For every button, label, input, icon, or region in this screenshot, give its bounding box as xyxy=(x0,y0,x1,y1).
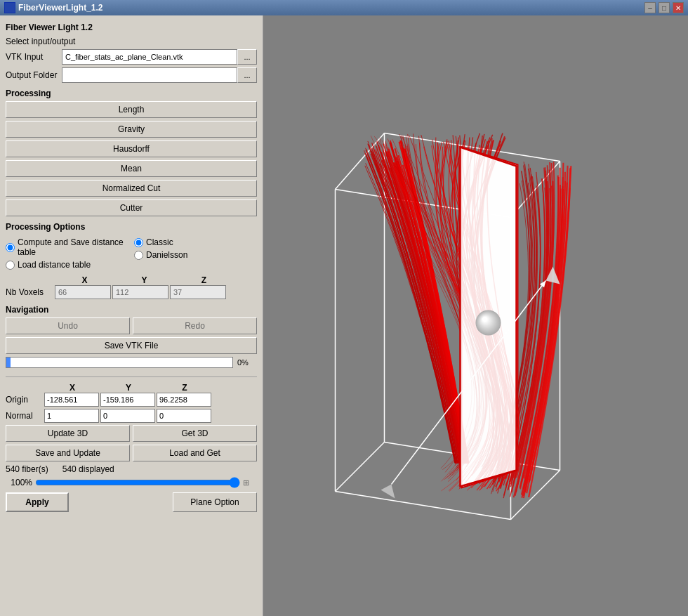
origin-x-input[interactable] xyxy=(44,393,99,407)
nb-y-input[interactable] xyxy=(112,285,168,299)
output-browse-button[interactable]: ... xyxy=(237,67,257,83)
window-title: FiberViewerLight_1.2 xyxy=(18,3,103,13)
left-options-col: Compute and Save distance table Load dis… xyxy=(6,237,128,273)
y-header: Y xyxy=(114,275,174,285)
vtk-input-row: VTK Input ... xyxy=(6,49,257,65)
undo-button[interactable]: Undo xyxy=(6,317,130,334)
bottom-buttons: Apply Plane Option xyxy=(6,492,257,512)
nb-voxels-row: Nb Voxels xyxy=(6,285,257,299)
slider-row: 100% ⊞ xyxy=(6,477,257,488)
x-header: X xyxy=(55,275,114,285)
viewport-panel[interactable] xyxy=(263,15,688,616)
danielsson-radio[interactable] xyxy=(134,251,143,260)
app-title: Fiber Viewer Light 1.2 xyxy=(6,22,257,32)
classic-radio[interactable] xyxy=(134,238,143,247)
vtk-browse-button[interactable]: ... xyxy=(237,49,257,65)
vtk-input-label: VTK Input xyxy=(6,52,62,62)
vtk-input-field[interactable] xyxy=(62,49,237,65)
save-vtk-button[interactable]: Save VTK File xyxy=(6,337,257,354)
slider-pct-label: 100% xyxy=(6,478,32,487)
load-distance-radio[interactable] xyxy=(6,261,15,270)
output-folder-field[interactable] xyxy=(62,67,237,83)
output-folder-row: Output Folder ... xyxy=(6,67,257,83)
select-io-label: Select input/output xyxy=(6,37,257,46)
redo-button[interactable]: Redo xyxy=(133,317,257,334)
hausdorff-button[interactable]: Hausdorff xyxy=(6,140,257,157)
viewport-canvas[interactable] xyxy=(263,15,688,616)
normalized-cut-button[interactable]: Normalized Cut xyxy=(6,180,257,197)
classic-radio-row: Classic xyxy=(134,237,257,247)
progress-bar-container xyxy=(6,357,233,368)
left-panel: Fiber Viewer Light 1.2 Select input/outp… xyxy=(0,15,263,616)
progress-row: 0% xyxy=(6,357,257,368)
progress-label: 0% xyxy=(237,358,257,367)
origin-row: Origin xyxy=(6,393,257,407)
normal-label: Normal xyxy=(6,411,44,421)
classic-label: Classic xyxy=(146,237,173,247)
nav-buttons: Undo Redo xyxy=(6,317,257,334)
xyz-header: X Y Z xyxy=(55,275,257,285)
get-3d-button[interactable]: Get 3D xyxy=(133,425,257,442)
load-distance-label: Load distance table xyxy=(18,260,91,270)
navigation-label: Navigation xyxy=(6,305,257,315)
fiber-slider[interactable] xyxy=(35,477,240,488)
titlebar: FiberViewerLight_1.2 – □ ✕ xyxy=(0,0,688,15)
slider-end-label: ⊞ xyxy=(243,478,257,487)
processing-label: Processing xyxy=(6,89,257,98)
fiber-info: 540 fiber(s) 540 displayed xyxy=(6,464,257,474)
cutter-button[interactable]: Cutter xyxy=(6,199,257,216)
origin-y-input[interactable] xyxy=(100,393,155,407)
app-icon xyxy=(4,2,15,13)
fiber-displayed: 540 displayed xyxy=(62,464,114,474)
save-and-update-button[interactable]: Save and Update xyxy=(6,445,130,461)
processing-options: Compute and Save distance table Load dis… xyxy=(6,237,257,273)
apply-button[interactable]: Apply xyxy=(6,492,69,512)
coord-y-header: Y xyxy=(100,383,157,393)
origin-z-input[interactable] xyxy=(157,393,211,407)
compute-save-radio[interactable] xyxy=(6,243,15,252)
normal-row: Normal xyxy=(6,409,257,423)
coord-x-header: X xyxy=(44,383,100,393)
danielsson-label: Danielsson xyxy=(146,250,187,260)
processing-options-label: Processing Options xyxy=(6,222,257,232)
coord-header: X Y Z xyxy=(44,383,257,393)
nb-voxels-label: Nb Voxels xyxy=(6,287,55,297)
mean-button[interactable]: Mean xyxy=(6,160,257,177)
fiber-count: 540 fiber(s) xyxy=(6,464,48,474)
danielsson-radio-row: Danielsson xyxy=(134,250,257,260)
nb-z-input[interactable] xyxy=(170,285,226,299)
plane-option-button[interactable]: Plane Option xyxy=(173,492,257,512)
load-and-get-button[interactable]: Load and Get xyxy=(133,445,257,461)
load-distance-radio-row: Load distance table xyxy=(6,260,128,270)
normal-y-input[interactable] xyxy=(100,409,155,423)
origin-label: Origin xyxy=(6,395,44,405)
update-3d-button[interactable]: Update 3D xyxy=(6,425,130,442)
output-folder-label: Output Folder xyxy=(6,70,62,80)
close-button[interactable]: ✕ xyxy=(673,2,684,13)
z-header: Z xyxy=(174,275,234,285)
right-options-col: Classic Danielsson xyxy=(134,237,257,273)
coordinate-section: X Y Z Origin Normal Update 3D Get 3D xyxy=(6,383,257,512)
nb-x-input[interactable] xyxy=(55,285,111,299)
compute-save-label: Compute and Save distance table xyxy=(18,237,128,257)
save-load-buttons: Save and Update Load and Get xyxy=(6,445,257,461)
minimize-button[interactable]: – xyxy=(644,2,656,13)
maximize-button[interactable]: □ xyxy=(659,2,670,13)
coord-z-header: Z xyxy=(157,383,213,393)
gravity-button[interactable]: Gravity xyxy=(6,121,257,138)
normal-z-input[interactable] xyxy=(157,409,211,423)
normal-x-input[interactable] xyxy=(44,409,99,423)
length-button[interactable]: Length xyxy=(6,101,257,118)
update-get-buttons: Update 3D Get 3D xyxy=(6,425,257,442)
compute-save-radio-row: Compute and Save distance table xyxy=(6,237,128,257)
progress-bar-fill xyxy=(6,358,11,367)
